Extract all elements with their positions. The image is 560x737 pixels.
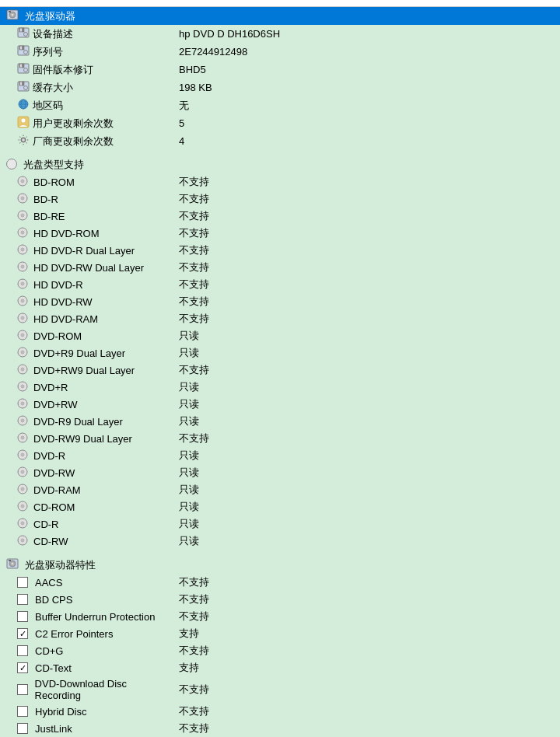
feature-label: Hybrid Disc [35,706,86,718]
row-value-cell: 2E7244912498 [171,46,560,58]
disc-type-label: DVD+RW [33,399,77,410]
table-row: DVD+RW只读 [0,396,560,413]
disc-row-name-cell: DVD-ROM [0,330,171,343]
row-value-cell: 198 KB [171,82,560,93]
row-name-cell: 地区码 [0,98,171,113]
row-name-cell: 设备描述 [0,26,171,41]
table-row: 用户更改剩余次数5 [0,114,560,132]
checkbox-unchecked[interactable] [17,723,28,734]
disc-row-name-cell: HD DVD-RAM [0,313,171,326]
row-value-cell: 只读 [171,449,560,463]
disc-type-label: HD DVD-RW Dual Layer [33,262,144,274]
row-label: 地区码 [33,99,63,113]
svg-rect-18 [20,82,22,86]
svg-point-55 [22,317,23,319]
svg-point-46 [22,266,23,267]
disc-row-name-cell: CD-R [0,518,171,531]
row-label: 序列号 [33,45,63,59]
disc-icon [6,159,17,172]
checkbox-checked[interactable]: ✓ [17,628,28,639]
disc-icon [17,398,28,411]
disc-type-label: BD-RE [33,211,65,222]
checkbox-unchecked[interactable] [17,684,28,695]
section-header-cell: 光盘类型支持 [0,158,171,172]
checkbox-unchecked[interactable] [17,577,28,588]
svg-point-97 [12,563,14,565]
disc-icon [17,432,28,445]
disc-row-name-cell: BD-ROM [0,176,171,189]
row-value-cell: 只读 [171,483,560,497]
disk-icon [17,80,30,95]
svg-point-26 [21,118,26,123]
row-value-cell: 不支持 [171,226,560,240]
svg-rect-10 [20,47,22,50]
row-value-cell: 不支持 [171,312,560,326]
disc-icon [17,381,28,394]
row-name-cell: 固件版本修订 [0,62,171,77]
disc-row-name-cell: DVD+RW [0,398,171,411]
disc-icon [17,466,28,480]
row-value-cell: 不支持 [171,683,560,697]
disc-row-name-cell: CD-ROM [0,501,171,514]
feature-label: CD-Text [35,662,72,674]
svg-point-52 [22,300,23,302]
svg-point-31 [22,180,23,182]
feature-label: CD+G [35,645,63,657]
svg-point-79 [22,454,23,456]
row-value-cell: 只读 [171,414,560,428]
table-row: CD+G不支持 [0,642,560,659]
table-row: HD DVD-R Dual Layer不支持 [0,242,560,259]
row-value-cell: 只读 [171,517,560,531]
disc-row-name-cell: DVD+R9 Dual Layer [0,347,171,360]
disc-row-name-cell: DVD-RW [0,466,171,480]
row-value-cell: 只读 [171,500,560,514]
disc-row-name-cell: HD DVD-R Dual Layer [0,244,171,257]
disc-row-name-cell: DVD-RW9 Dual Layer [0,432,171,445]
disc-icon [17,535,28,548]
disc-icon [17,415,28,428]
svg-rect-6 [20,29,22,32]
disc-icon [17,501,28,514]
disc-icon [17,261,28,274]
table-row: 光盘类型支持 [0,156,560,173]
disc-row-name-cell: HD DVD-RW Dual Layer [0,261,171,274]
checkbox-unchecked[interactable] [17,594,28,605]
disc-row-name-cell: DVD-R [0,449,171,463]
row-name-cell: 缓存大小 [0,80,171,95]
section-header-cell: 光盘驱动器特性 [0,557,171,572]
table-row: HD DVD-RW不支持 [0,293,560,310]
disc-row-name-cell: HD DVD-ROM [0,227,171,240]
table-row: ✓CD-Text支持 [0,659,560,676]
svg-point-34 [22,197,23,199]
disc-type-label: CD-ROM [33,501,75,513]
disc-icon [17,193,28,206]
table-row: DVD-R9 Dual Layer只读 [0,413,560,430]
checkbox-unchecked[interactable] [17,611,28,622]
row-label: 固件版本修订 [33,63,93,77]
disc-type-label: DVD-ROM [33,330,82,342]
checkbox-unchecked[interactable] [17,706,28,717]
row-value-cell: 无 [171,99,560,113]
table-row: DVD-RW9 Dual Layer不支持 [0,430,560,447]
checkbox-unchecked[interactable] [17,645,28,656]
disc-icon [17,210,28,223]
row-value-cell: 不支持 [171,278,560,292]
disc-icon [17,278,28,292]
row-value-cell: 只读 [171,380,560,394]
table-row: DVD-RW只读 [0,464,560,481]
disc-icon [17,176,28,189]
row-label: 用户更改剩余次数 [33,117,114,131]
row-value-cell: 不支持 [171,592,560,606]
disc-type-label: HD DVD-ROM [33,228,100,239]
table-row: 缓存大小198 KB [0,79,560,96]
svg-point-70 [22,403,23,404]
disc-icon [17,518,28,531]
feature-label: Buffer Underrun Protection [35,611,155,623]
row-value-cell: 不支持 [171,431,560,445]
disc-icon [17,313,28,326]
disc-row-name-cell: HD DVD-RW [0,295,171,309]
disc-type-label: HD DVD-RW [33,296,93,308]
main-container: 光盘驱动器 设备描述hp DVD D DH16D6SH 序列号2E7244912… [0,0,560,737]
checkbox-checked[interactable]: ✓ [17,662,28,673]
cb-row-name-cell: ✓C2 Error Pointers [0,628,171,640]
